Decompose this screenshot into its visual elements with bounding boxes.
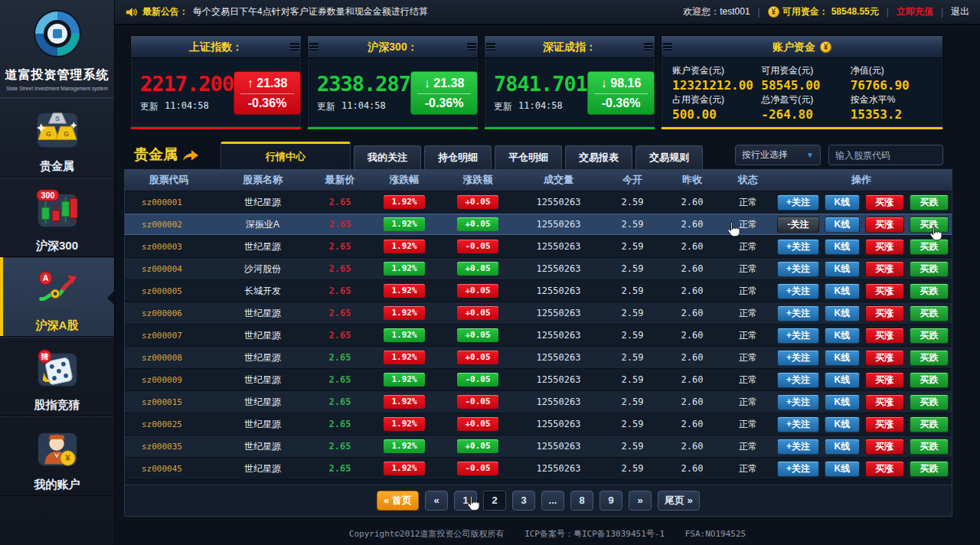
- tab-4[interactable]: 平仓明细: [495, 145, 562, 169]
- watch-button[interactable]: +关注: [777, 283, 819, 299]
- table-row[interactable]: sz000035世纪星源2.651.92%+0.05125502632.592.…: [125, 436, 952, 458]
- kline-button[interactable]: K线: [825, 305, 859, 321]
- table-row[interactable]: sz000001世纪星源2.651.92%+0.05125502632.592.…: [125, 191, 952, 214]
- kline-button[interactable]: K线: [825, 194, 859, 210]
- table-row[interactable]: sz000006世纪星源2.651.92%+0.05125502632.592.…: [125, 302, 952, 325]
- watch-button[interactable]: +关注: [777, 350, 819, 366]
- first-page-button[interactable]: « 首页: [377, 491, 419, 511]
- watch-button[interactable]: +关注: [777, 261, 819, 277]
- buy-down-button[interactable]: 买跌: [910, 283, 949, 299]
- watch-button[interactable]: +关注: [777, 194, 819, 210]
- kline-button[interactable]: K线: [825, 439, 859, 455]
- buy-down-button[interactable]: 买跌: [910, 439, 949, 455]
- kline-button[interactable]: K线: [825, 261, 859, 277]
- buy-down-button[interactable]: 买跌: [910, 461, 949, 477]
- watch-button[interactable]: +关注: [777, 372, 819, 388]
- watch-button[interactable]: +关注: [777, 461, 819, 477]
- kline-button[interactable]: K线: [825, 416, 859, 432]
- app-title: 道富投资管理系统: [0, 67, 114, 83]
- buy-up-button[interactable]: 买涨: [865, 439, 904, 455]
- tab-6[interactable]: 交易规则: [635, 145, 703, 169]
- buy-up-button[interactable]: 买涨: [865, 217, 904, 233]
- open-price: 2.59: [603, 308, 662, 318]
- watch-button[interactable]: +关注: [777, 305, 819, 321]
- buy-up-button[interactable]: 买涨: [865, 194, 904, 210]
- recharge-link[interactable]: 立即充值: [897, 5, 933, 18]
- page-button-3[interactable]: 3: [512, 491, 535, 511]
- stock-code-input[interactable]: [829, 145, 943, 165]
- status-badge: 正常: [722, 462, 774, 475]
- separator: |: [941, 7, 943, 18]
- page-button-8[interactable]: 8: [570, 491, 593, 511]
- buy-down-button[interactable]: 买跌: [910, 350, 949, 366]
- buy-up-button[interactable]: 买涨: [865, 461, 904, 477]
- watch-button[interactable]: +关注: [777, 439, 819, 455]
- buy-up-button[interactable]: 买涨: [865, 328, 904, 344]
- buy-up-button[interactable]: 买涨: [865, 394, 904, 410]
- table-row[interactable]: sz000005长城开发2.651.92%+0.05125502632.592.…: [125, 280, 952, 302]
- buy-down-button[interactable]: 买跌: [910, 416, 949, 432]
- sidebar-item-precious-metals[interactable]: S G G 贵金属: [0, 98, 114, 178]
- tab-5[interactable]: 交易报表: [565, 145, 632, 169]
- table-row[interactable]: sz000045世纪星源2.651.92%-0.05125502632.592.…: [125, 458, 952, 480]
- sidebar-item-hs-a-shares[interactable]: A 沪深A股: [0, 257, 114, 337]
- buy-up-button[interactable]: 买涨: [865, 305, 904, 321]
- tab-3[interactable]: 持仓明细: [424, 145, 492, 169]
- kline-button[interactable]: K线: [825, 350, 859, 366]
- table-row[interactable]: sz000025世纪星源2.651.92%+0.05125502632.592.…: [125, 413, 952, 436]
- buy-up-button[interactable]: 买涨: [865, 372, 904, 388]
- buy-up-button[interactable]: 买涨: [865, 239, 904, 255]
- next-page-button[interactable]: »: [629, 491, 652, 511]
- watch-button[interactable]: +关注: [777, 328, 819, 344]
- prev-page-button[interactable]: «: [425, 491, 448, 511]
- row-actions: +关注K线买涨买跌: [774, 350, 949, 366]
- page-button-9[interactable]: 9: [599, 491, 622, 511]
- buy-down-button[interactable]: 买跌: [910, 394, 949, 410]
- buy-down-button[interactable]: 买跌: [910, 328, 949, 344]
- page-button-2[interactable]: 2: [483, 491, 506, 511]
- kline-button[interactable]: K线: [825, 461, 859, 477]
- watch-button[interactable]: +关注: [777, 416, 819, 432]
- stock-name: 世纪星源: [213, 396, 312, 409]
- tab-1[interactable]: 行情中心: [220, 142, 351, 169]
- watch-button[interactable]: +关注: [777, 394, 819, 410]
- buy-down-button[interactable]: 买跌: [910, 217, 949, 233]
- tab-2[interactable]: 我的关注: [354, 145, 421, 169]
- buy-down-button[interactable]: 买跌: [910, 239, 949, 255]
- kline-button[interactable]: K线: [825, 217, 859, 233]
- buy-up-button[interactable]: 买涨: [865, 261, 904, 277]
- logout-link[interactable]: 退出: [951, 5, 969, 18]
- table-body: sz000001世纪星源2.651.92%+0.05125502632.592.…: [125, 191, 952, 480]
- watch-button[interactable]: +关注: [777, 239, 819, 255]
- my-account-icon: ¥: [35, 426, 80, 470]
- table-row[interactable]: sz000008世纪星源2.651.92%+0.05125502632.592.…: [125, 347, 952, 369]
- kline-button[interactable]: K线: [825, 328, 859, 344]
- unwatch-button[interactable]: -关注: [777, 217, 819, 233]
- industry-select[interactable]: 按行业选择 ▼: [735, 145, 821, 165]
- table-row[interactable]: sz000015世纪星源2.651.92%-0.05125502632.592.…: [125, 391, 952, 413]
- page-button-1[interactable]: 1: [454, 491, 477, 511]
- buy-down-button[interactable]: 买跌: [910, 372, 949, 388]
- table-row[interactable]: sz000002深振业A2.651.92%+0.05125502632.592.…: [125, 214, 952, 236]
- buy-up-button[interactable]: 买涨: [865, 350, 904, 366]
- buy-up-button[interactable]: 买涨: [865, 283, 904, 299]
- sidebar-item-my-account[interactable]: ¥ 我的账户: [0, 416, 114, 496]
- last-page-button[interactable]: 尾页 »: [658, 491, 700, 511]
- kline-button[interactable]: K线: [825, 239, 859, 255]
- kline-button[interactable]: K线: [825, 394, 859, 410]
- sidebar-item-hs300[interactable]: 300 沪深300: [0, 178, 114, 257]
- kline-button[interactable]: K线: [825, 283, 859, 299]
- buy-up-button[interactable]: 买涨: [865, 416, 904, 432]
- table-row[interactable]: sz000004沙河股份2.651.92%+0.05125502632.592.…: [125, 258, 952, 280]
- open-price: 2.59: [603, 352, 662, 363]
- buy-down-button[interactable]: 买跌: [910, 261, 949, 277]
- table-row[interactable]: sz000009世纪星源2.651.92%-0.05125502632.592.…: [125, 369, 952, 391]
- volume: 12550263: [514, 463, 603, 474]
- sidebar-item-index-guess[interactable]: 猜 股指竞猜: [0, 337, 114, 416]
- buy-down-button[interactable]: 买跌: [910, 194, 949, 210]
- kline-button[interactable]: K线: [825, 372, 859, 388]
- table-row[interactable]: sz000007世纪星源2.651.92%+0.05125502632.592.…: [125, 325, 952, 347]
- change-percent-badge: 1.92%: [384, 240, 425, 253]
- table-row[interactable]: sz000003世纪星源2.651.92%-0.05125502632.592.…: [125, 236, 952, 258]
- buy-down-button[interactable]: 买跌: [910, 305, 949, 321]
